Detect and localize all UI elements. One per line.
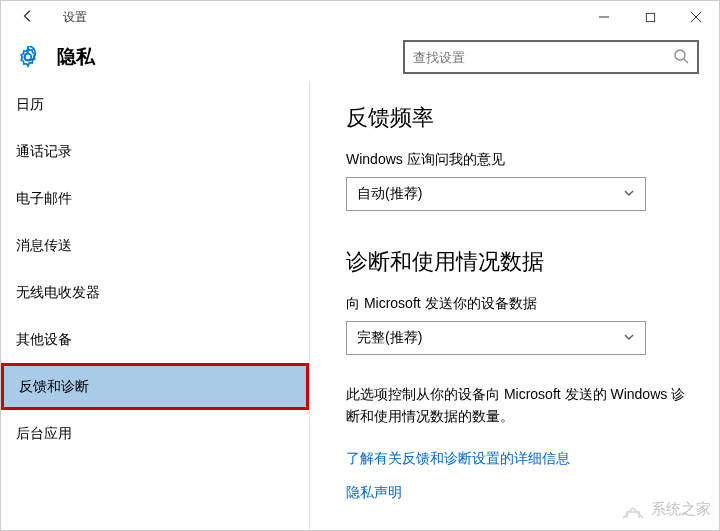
learn-more-link[interactable]: 了解有关反馈和诊断设置的详细信息 [346, 450, 687, 468]
sidebar-item-label: 无线电收发器 [16, 284, 100, 302]
header-row: 隐私 [1, 33, 719, 81]
minimize-button[interactable] [581, 1, 627, 33]
feedback-frequency-label: Windows 应询问我的意见 [346, 151, 687, 169]
sidebar-item-label: 消息传送 [16, 237, 72, 255]
diagnostics-dropdown[interactable]: 完整(推荐) [346, 321, 646, 355]
chevron-down-icon [623, 186, 635, 202]
chevron-down-icon [623, 330, 635, 346]
sidebar-item-label: 后台应用 [16, 425, 72, 443]
sidebar-item-label: 反馈和诊断 [19, 378, 89, 396]
content: 日历 通话记录 电子邮件 消息传送 无线电收发器 其他设备 反馈和诊断 后台应用… [1, 81, 719, 530]
sidebar-item-radios[interactable]: 无线电收发器 [1, 269, 309, 316]
sidebar-item-messaging[interactable]: 消息传送 [1, 222, 309, 269]
dropdown-value: 自动(推荐) [357, 185, 623, 203]
back-button[interactable] [13, 5, 43, 30]
sidebar-item-label: 通话记录 [16, 143, 72, 161]
svg-point-4 [25, 54, 31, 60]
sidebar-item-label: 日历 [16, 96, 44, 114]
dropdown-value: 完整(推荐) [357, 329, 623, 347]
diagnostics-heading: 诊断和使用情况数据 [346, 247, 687, 277]
search-box[interactable] [403, 40, 699, 74]
close-icon [690, 11, 702, 23]
page-title: 隐私 [57, 44, 95, 70]
svg-rect-1 [646, 13, 654, 21]
sidebar-item-other-devices[interactable]: 其他设备 [1, 316, 309, 363]
arrow-left-icon [21, 9, 35, 23]
feedback-frequency-heading: 反馈频率 [346, 103, 687, 133]
minimize-icon [598, 11, 610, 23]
app-title: 设置 [63, 9, 87, 26]
privacy-statement-link[interactable]: 隐私声明 [346, 484, 687, 502]
sidebar-item-call-history[interactable]: 通话记录 [1, 128, 309, 175]
diagnostics-label: 向 Microsoft 发送你的设备数据 [346, 295, 687, 313]
window-controls [581, 1, 719, 33]
svg-line-6 [684, 59, 688, 63]
svg-point-5 [675, 50, 685, 60]
search-input[interactable] [413, 50, 673, 65]
sidebar-item-calendar[interactable]: 日历 [1, 81, 309, 128]
sidebar-item-label: 电子邮件 [16, 190, 72, 208]
sidebar-item-email[interactable]: 电子邮件 [1, 175, 309, 222]
sidebar-item-background-apps[interactable]: 后台应用 [1, 410, 309, 457]
sidebar-item-feedback-diagnostics[interactable]: 反馈和诊断 [1, 363, 309, 410]
main-panel: 反馈频率 Windows 应询问我的意见 自动(推荐) 诊断和使用情况数据 向 … [310, 81, 719, 530]
feedback-frequency-dropdown[interactable]: 自动(推荐) [346, 177, 646, 211]
search-icon [673, 48, 689, 67]
maximize-button[interactable] [627, 1, 673, 33]
diagnostics-description: 此选项控制从你的设备向 Microsoft 发送的 Windows 诊断和使用情… [346, 383, 687, 428]
maximize-icon [645, 12, 656, 23]
sidebar-item-label: 其他设备 [16, 331, 72, 349]
gear-icon [17, 46, 39, 68]
titlebar: 设置 [1, 1, 719, 33]
close-button[interactable] [673, 1, 719, 33]
sidebar: 日历 通话记录 电子邮件 消息传送 无线电收发器 其他设备 反馈和诊断 后台应用 [1, 81, 310, 530]
